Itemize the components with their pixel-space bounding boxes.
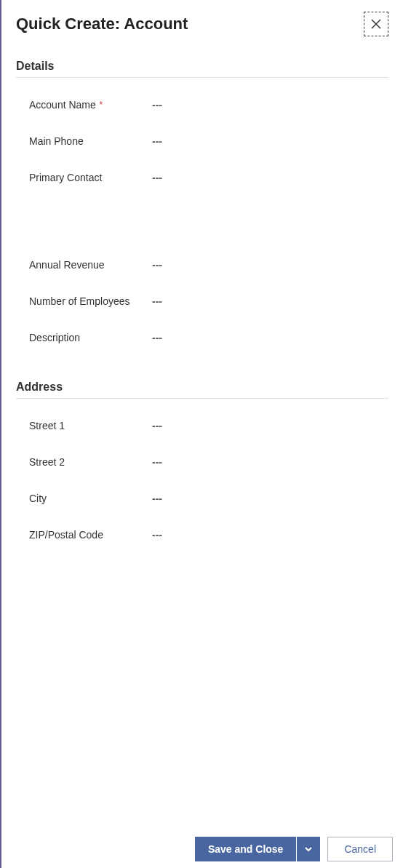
cancel-button[interactable]: Cancel — [327, 837, 393, 861]
button-divider — [296, 837, 297, 861]
primary-contact-input[interactable]: --- — [149, 172, 388, 183]
close-button[interactable] — [364, 12, 388, 36]
field-label: ZIP/Postal Code — [29, 529, 149, 541]
field-primary-contact: Primary Contact --- — [16, 159, 388, 196]
chevron-down-icon — [304, 845, 313, 853]
label-text: Street 1 — [29, 420, 65, 431]
label-text: Number of Employees — [29, 295, 130, 307]
field-label: Annual Revenue — [29, 259, 149, 271]
field-label: Number of Employees — [29, 295, 149, 307]
save-dropdown-button[interactable] — [297, 837, 320, 861]
section-title-details: Details — [16, 60, 388, 73]
field-label: Street 2 — [29, 456, 149, 468]
zip-input[interactable]: --- — [149, 529, 388, 541]
panel-header: Quick Create: Account — [1, 0, 403, 42]
field-street1: Street 1 --- — [16, 407, 388, 444]
field-label: Main Phone — [29, 135, 149, 147]
field-description: Description --- — [16, 319, 388, 356]
section-title-address: Address — [16, 381, 388, 394]
field-main-phone: Main Phone --- — [16, 123, 388, 159]
field-label: Description — [29, 332, 149, 343]
field-street2: Street 2 --- — [16, 444, 388, 480]
label-text: Annual Revenue — [29, 259, 105, 271]
field-city: City --- — [16, 480, 388, 517]
required-indicator-icon: * — [99, 100, 103, 110]
section-divider — [16, 77, 388, 78]
save-button-group: Save and Close — [195, 837, 321, 861]
label-text: Description — [29, 332, 80, 343]
annual-revenue-input[interactable]: --- — [149, 259, 388, 271]
section-divider — [16, 398, 388, 399]
section-gap — [16, 356, 388, 378]
main-phone-input[interactable]: --- — [149, 135, 388, 147]
street2-input[interactable]: --- — [149, 456, 388, 468]
panel-footer: Save and Close Cancel — [1, 830, 403, 868]
close-icon — [371, 19, 381, 29]
field-label: City — [29, 493, 149, 504]
field-label: Account Name * — [29, 99, 149, 111]
street1-input[interactable]: --- — [149, 420, 388, 431]
label-text: Street 2 — [29, 456, 65, 468]
field-label: Street 1 — [29, 420, 149, 431]
label-text: Main Phone — [29, 135, 84, 147]
panel-title: Quick Create: Account — [16, 15, 188, 33]
account-name-input[interactable]: --- — [149, 99, 388, 111]
label-text: Primary Contact — [29, 172, 102, 183]
city-input[interactable]: --- — [149, 493, 388, 504]
form-content: Details Account Name * --- Main Phone --… — [1, 42, 403, 830]
label-text: ZIP/Postal Code — [29, 529, 103, 541]
num-employees-input[interactable]: --- — [149, 295, 388, 307]
field-num-employees: Number of Employees --- — [16, 283, 388, 319]
field-gap — [16, 196, 388, 247]
field-account-name: Account Name * --- — [16, 87, 388, 123]
description-input[interactable]: --- — [149, 332, 388, 343]
field-annual-revenue: Annual Revenue --- — [16, 247, 388, 283]
field-zip: ZIP/Postal Code --- — [16, 517, 388, 553]
label-text: City — [29, 493, 47, 504]
save-and-close-button[interactable]: Save and Close — [195, 837, 297, 861]
label-text: Account Name — [29, 99, 96, 111]
field-label: Primary Contact — [29, 172, 149, 183]
